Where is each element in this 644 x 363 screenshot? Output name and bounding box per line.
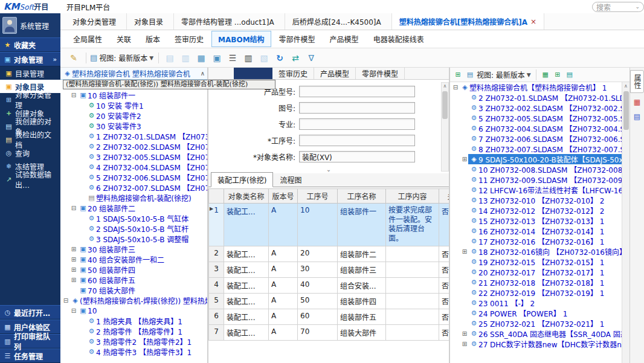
cell-key-flag[interactable]: 否 — [439, 278, 450, 294]
table-row[interactable]: 5 装配工... A 50 组装部件四 否 — [208, 294, 449, 309]
bom-tree-node[interactable]: 3 ZH0732-002.SLDASM 【ZH0732-002.SLDASM】 … — [468, 103, 622, 113]
tree-item[interactable]: 1 SDAJS-50x10-5-B 气缸体 — [60, 213, 207, 223]
bom-tree-item[interactable]: 8 ZH0732-007.SLDASM 【ZH0732-007.SLDASM】 … — [450, 144, 622, 154]
expander-icon[interactable] — [461, 341, 468, 347]
edit-icon[interactable] — [66, 51, 81, 65]
column-header[interactable]: 工序号 — [298, 188, 338, 204]
tree-item[interactable]: 30 安装零件3 — [60, 121, 207, 131]
cell-op-number[interactable]: 40 — [298, 278, 338, 294]
palette-icon[interactable] — [633, 98, 642, 108]
search-input[interactable]: 搜索 ⌄ — [592, 2, 644, 12]
tree-item[interactable]: 2 热熔零件 【热熔零件】1 — [60, 326, 207, 336]
bom-tree-item[interactable]: 11 ZH0732-009.SLDASM 【ZH0732-009.SLDASM】… — [450, 175, 622, 185]
cell-op-number[interactable]: 20 — [298, 246, 338, 262]
bom-tree-node[interactable]: 塑料热熔接铆合机【塑料热熔接铆合机】 1 — [459, 82, 608, 92]
form-scrollbar[interactable]: ∧ — [441, 82, 449, 172]
tree-item[interactable]: 6 ZH0732-007.SLDASM 【ZH0732-007.SLDASM】 — [60, 182, 207, 193]
bom-tree-node[interactable]: 24 POWER 【POWER】 1 — [468, 308, 568, 318]
document-tab[interactable]: 后桥焊总成[24...-K4500]A — [285, 13, 392, 30]
expander-icon[interactable] — [70, 256, 77, 263]
bom-tree-node[interactable]: 7 ZH0732-006.SLDASM 【ZH0732-006.SLDASM】 … — [468, 133, 622, 144]
cell-op-name[interactable]: 组装部件一 — [338, 204, 386, 246]
sidebar-section-object-management[interactable]: 对象管理 » — [0, 52, 60, 66]
view-tab[interactable]: 产品模型 — [323, 31, 365, 47]
process-panel-tab[interactable]: 产品模型 — [314, 68, 356, 79]
structure-tree-root[interactable]: 塑料热熔接铆合机 塑料热熔接铆合机 ∧ — [60, 68, 207, 80]
sidebar-item[interactable]: 查询 — [0, 146, 60, 159]
tree-item[interactable]: 3 ZH0732-005.SLDASM 【ZH0732-005.SLDASM】 — [60, 152, 207, 162]
tree-node[interactable]: 4 ZH0732-004.SLDASM 【ZH0732-004.SLDASM】 — [86, 162, 207, 172]
form-field-input[interactable] — [299, 118, 415, 130]
bom-tree-item[interactable]: 23 0011 【-】 2 — [450, 298, 622, 308]
sidebar-section-favorites[interactable]: 收藏夹 — [0, 37, 60, 52]
row-number[interactable]: 4 — [208, 278, 224, 294]
scrollbar-thumb[interactable] — [442, 91, 448, 119]
tree-item[interactable]: 2 SDAJS-50x10-5-B 气缸杆 — [60, 223, 207, 234]
toolbar-button[interactable] — [288, 51, 303, 65]
obscured-active-tab[interactable] — [234, 68, 272, 79]
view-tab[interactable]: 签审历史 — [168, 31, 210, 47]
cell-op-content[interactable] — [386, 294, 439, 309]
row-number[interactable]: 5 — [208, 294, 224, 309]
bom-tree-node[interactable]: 22 ZH0732-019 【ZH0732-019】 1 — [468, 288, 605, 298]
column-header[interactable]: 对象类名称 — [224, 188, 269, 204]
bom-tree-node[interactable]: 14 ZH0732-012 【ZH0732-012】 2 — [468, 205, 605, 216]
cell-op-name[interactable]: 组装部件五 — [338, 309, 386, 325]
bom-tree-item[interactable]: 12 LHFCW-16带法兰线性衬套【LHFCW-16带法兰线性衬套】 1 — [450, 185, 622, 195]
cell-op-number[interactable]: 70 — [298, 325, 338, 341]
table-row[interactable]: 7 装配工... A 70 组装大部件 否 — [208, 325, 449, 341]
bom-tree-item[interactable]: 16 ZH0732-014 【ZH0732-014】 1 — [450, 226, 622, 236]
grid-icon[interactable] — [452, 68, 463, 82]
bom-tree-node[interactable]: 9 SDAJS-50x100-20-B装配体【SDAJS-50x100-20-B… — [468, 154, 622, 164]
export-grid-icon[interactable] — [552, 68, 563, 82]
expander-icon[interactable] — [452, 84, 459, 91]
bom-tree-node[interactable]: 17 ZH0732-016 【ZH0732-016】 1 — [468, 236, 605, 246]
view-tab[interactable]: 版本 — [139, 31, 167, 47]
tree-item[interactable]: 10 组装部件一 — [60, 90, 207, 100]
tree-node[interactable]: 70 组装大部件 — [77, 285, 137, 295]
cell-version[interactable]: A — [269, 262, 298, 278]
doc-icon[interactable] — [465, 68, 475, 82]
cell-key-flag[interactable]: 否 — [439, 204, 450, 246]
tree-node[interactable]: 2 SDAJS-50x10-5-B 气缸杆 — [86, 223, 190, 234]
tree-node[interactable]: 20 组装部件二 — [77, 203, 137, 213]
properties-tab[interactable]: 属性 — [630, 70, 644, 93]
bom-tree-item[interactable]: 19 ZH0732-015 【ZH0732-015】 1 — [450, 257, 622, 267]
column-header[interactable]: 工序内容 — [386, 188, 439, 204]
toolbar-button[interactable] — [241, 51, 256, 65]
bom-tree-item[interactable]: 14 ZH0732-012 【ZH0732-012】 2 — [450, 205, 622, 216]
bom-tree-item[interactable]: 26 SSR_40DA 固态继电器【SSR_40DA 固态继电器】 1 — [450, 329, 622, 339]
bom-tree-node[interactable]: 13 ZH0732-010 【ZH0732-010】 2 — [468, 195, 605, 205]
table-row[interactable]: 4 装配工... A 40 组合安装... 否 — [208, 278, 449, 294]
toolbar-button[interactable] — [225, 51, 240, 65]
expander-icon[interactable] — [461, 248, 468, 255]
column-header[interactable]: 版本号 — [269, 188, 298, 204]
tree-item[interactable]: 3 SDAJS-50x10-5-B 调整帽 — [60, 234, 207, 244]
row-number[interactable]: 6 — [208, 309, 224, 325]
view-tab[interactable]: 电器装配接线表 — [367, 31, 431, 47]
tree-node[interactable]: 塑料热熔接铆合机-装配(徐挖) — [86, 193, 193, 203]
process-panel-tab[interactable]: 签审历史 — [272, 68, 314, 79]
sidebar-item[interactable]: 对象分类管理 — [0, 93, 60, 106]
tree-item[interactable]: 70 组装大部件 — [60, 285, 207, 295]
cell-op-content[interactable] — [386, 278, 439, 294]
expander-icon[interactable] — [62, 297, 69, 304]
cell-op-content[interactable] — [386, 309, 439, 325]
bom-tree-node[interactable]: 20 ZH0732-017 【ZH0732-017】 1 — [468, 267, 605, 277]
tree-item[interactable]: 10 安装 零件1 — [60, 100, 207, 111]
cell-object-class[interactable]: 装配工... — [224, 262, 269, 278]
bom-tree-item[interactable]: 塑料热熔接铆合机【塑料热熔接铆合机】 1 — [450, 82, 622, 92]
toolbar-button[interactable] — [163, 51, 177, 65]
cell-op-name[interactable]: 组装部件四 — [338, 294, 386, 309]
tree-item[interactable]: 4 热熔零件3 【热熔零件3】1 — [60, 347, 207, 357]
bom-tree-node[interactable]: 16 ZH0732-014 【ZH0732-014】 1 — [468, 226, 605, 236]
cell-op-content[interactable] — [386, 246, 439, 262]
tree-item[interactable]: (塑料热熔接铆合机-焊接(徐挖)) 塑料热熔接铆合机-焊接(徐挖) — [60, 295, 207, 306]
row-number[interactable]: 7 — [208, 325, 224, 341]
tree-node[interactable]: 3 SDAJS-50x10-5-B 调整帽 — [86, 234, 190, 244]
tree-node[interactable]: 50 组装部件四 — [77, 265, 137, 275]
form-field-input[interactable] — [299, 86, 415, 97]
cell-key-flag[interactable]: 否 — [439, 246, 450, 262]
table-row[interactable]: 6 装配工... A 60 组装部件五 否 — [208, 309, 449, 325]
tree-node[interactable]: 3 热熔零件2 【热熔零件2】1 — [86, 336, 193, 347]
